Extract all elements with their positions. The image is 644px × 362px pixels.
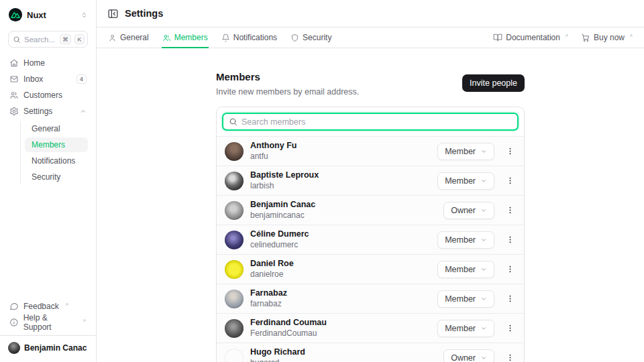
member-name: Céline Dumerc	[250, 230, 309, 239]
invite-people-button[interactable]: Invite people	[462, 74, 525, 92]
role-label: Member	[445, 294, 476, 304]
tab-general[interactable]: General	[107, 27, 150, 48]
tab-bar-actions: Documentation Buy now	[493, 27, 633, 48]
sidebar-item-notifications[interactable]: Notifications	[25, 154, 88, 168]
member-name: Baptiste Leproux	[250, 171, 319, 180]
role-label: Owner	[451, 353, 476, 362]
buy-now-label: Buy now	[594, 33, 625, 42]
member-name: Anthony Fu	[250, 141, 297, 151]
role-select[interactable]: Member	[437, 320, 494, 337]
role-select[interactable]: Member	[437, 290, 494, 308]
search-icon	[229, 117, 237, 126]
member-name: Farnabaz	[250, 289, 287, 298]
external-link-icon	[64, 302, 69, 307]
members-card: Anthony Fu antfu Member Baptiste Leproux…	[216, 107, 525, 362]
members-search-input[interactable]	[241, 117, 512, 127]
user-menu[interactable]: Benjamin Canac	[0, 335, 96, 355]
subnav-label: Members	[32, 140, 65, 149]
row-menu-button[interactable]	[504, 263, 516, 275]
row-menu-button[interactable]	[504, 234, 516, 245]
external-link-icon	[564, 34, 569, 38]
tab-members[interactable]: Members	[162, 27, 209, 48]
users-icon	[9, 90, 19, 100]
members-section: Members Invite new members by email addr…	[216, 48, 525, 362]
sidebar-item-general[interactable]: General	[25, 121, 88, 136]
role-select[interactable]: Member	[437, 143, 494, 160]
documentation-link[interactable]: Documentation	[493, 33, 569, 42]
subnav-label: General	[32, 124, 60, 133]
users-icon	[162, 34, 171, 42]
member-row: Daniel Roe danielroe Member	[217, 254, 524, 284]
bell-icon	[221, 34, 230, 42]
subnav-label: Notifications	[32, 156, 75, 166]
member-username: FerdinandCoumau	[250, 329, 327, 338]
tab-notifications[interactable]: Notifications	[221, 27, 278, 48]
help-support-label: Help & Support	[23, 313, 76, 332]
feedback-link[interactable]: Feedback	[8, 299, 88, 314]
external-link-icon	[629, 34, 633, 38]
sidebar-item-label: Inbox	[23, 74, 43, 84]
member-row: Ferdinand Coumau FerdinandCoumau Member	[217, 313, 524, 343]
team-switcher[interactable]: Nuxt	[8, 7, 88, 23]
chat-bubble-icon	[9, 302, 19, 311]
member-username: larbish	[250, 182, 319, 190]
section-title: Members	[216, 71, 359, 82]
kebab-menu-icon	[506, 324, 515, 333]
member-username: celinedumerc	[250, 241, 309, 249]
row-menu-button[interactable]	[504, 175, 516, 186]
member-name: Ferdinand Coumau	[250, 318, 327, 328]
avatar	[225, 142, 244, 161]
chevron-down-icon	[480, 266, 487, 273]
gear-icon	[9, 107, 19, 116]
member-name: Hugo Richard	[250, 348, 305, 357]
avatar	[225, 231, 244, 249]
tabs: General Members Notifications Security	[107, 27, 332, 48]
member-username: farnabaz	[250, 300, 287, 308]
role-label: Member	[445, 235, 476, 245]
kebab-menu-icon	[506, 206, 515, 215]
role-select[interactable]: Member	[437, 261, 494, 278]
sidebar-item-customers[interactable]: Customers	[8, 88, 88, 103]
member-username: hugorcd	[250, 359, 305, 362]
role-select[interactable]: Owner	[443, 349, 494, 362]
chevron-up-icon	[80, 108, 87, 115]
avatar	[225, 172, 244, 190]
row-menu-button[interactable]	[504, 204, 516, 216]
sidebar-item-settings[interactable]: Settings	[8, 104, 88, 119]
role-label: Owner	[451, 206, 476, 215]
avatar	[225, 319, 244, 338]
members-search	[222, 113, 519, 131]
panel-left-close-icon	[107, 8, 119, 19]
role-label: Member	[445, 176, 476, 186]
member-name: Daniel Roe	[250, 259, 294, 269]
tab-label: General	[120, 33, 149, 42]
role-select[interactable]: Owner	[443, 202, 494, 219]
kebab-menu-icon	[506, 353, 515, 362]
chevrons-up-down-icon	[80, 11, 88, 19]
role-select[interactable]: Member	[437, 231, 494, 249]
section-subtitle: Invite new members by email address.	[216, 87, 359, 97]
page-title: Settings	[125, 8, 163, 19]
sidebar-collapse-button[interactable]	[107, 8, 119, 19]
user-icon	[108, 34, 117, 42]
row-menu-button[interactable]	[504, 322, 516, 334]
external-link-icon	[82, 318, 87, 323]
tab-security[interactable]: Security	[290, 27, 332, 48]
sidebar-search[interactable]: Search... ⌘ K	[8, 31, 88, 48]
main-panel: Settings General Members Notifications S…	[97, 0, 644, 362]
sidebar-item-home[interactable]: Home	[8, 56, 88, 70]
buy-now-link[interactable]: Buy now	[581, 33, 633, 42]
role-select[interactable]: Member	[437, 172, 494, 190]
row-menu-button[interactable]	[504, 145, 516, 157]
sidebar-item-inbox[interactable]: Inbox 4	[8, 72, 88, 86]
sidebar-item-security[interactable]: Security	[25, 170, 88, 184]
content-area: Members Invite new members by email addr…	[97, 48, 644, 362]
row-menu-button[interactable]	[504, 352, 516, 362]
home-icon	[9, 58, 19, 68]
sidebar-item-members[interactable]: Members	[25, 137, 88, 152]
book-open-icon	[493, 33, 502, 42]
row-menu-button[interactable]	[504, 293, 516, 304]
inbox-count-badge: 4	[76, 74, 87, 84]
help-support-link[interactable]: Help & Support	[8, 315, 88, 330]
member-name: Benjamin Canac	[250, 200, 315, 210]
